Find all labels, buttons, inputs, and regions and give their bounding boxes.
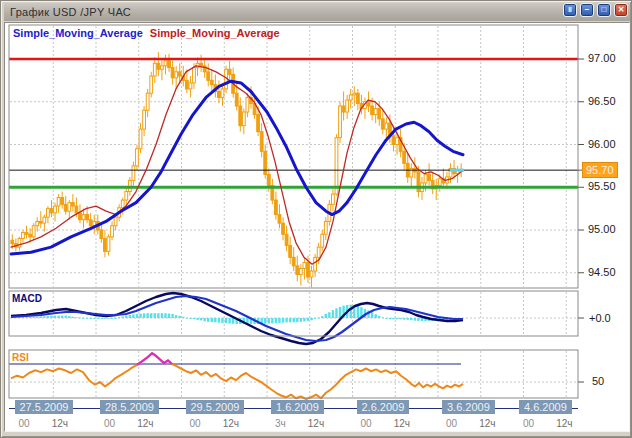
rsi-overbought-segment <box>137 353 172 365</box>
chart-canvas[interactable] <box>1 1 632 438</box>
chart-window: График USD /JPY ЧАС ‖−□✕ Simple_Moving_A… <box>0 0 632 438</box>
axis-ticks <box>578 59 584 382</box>
